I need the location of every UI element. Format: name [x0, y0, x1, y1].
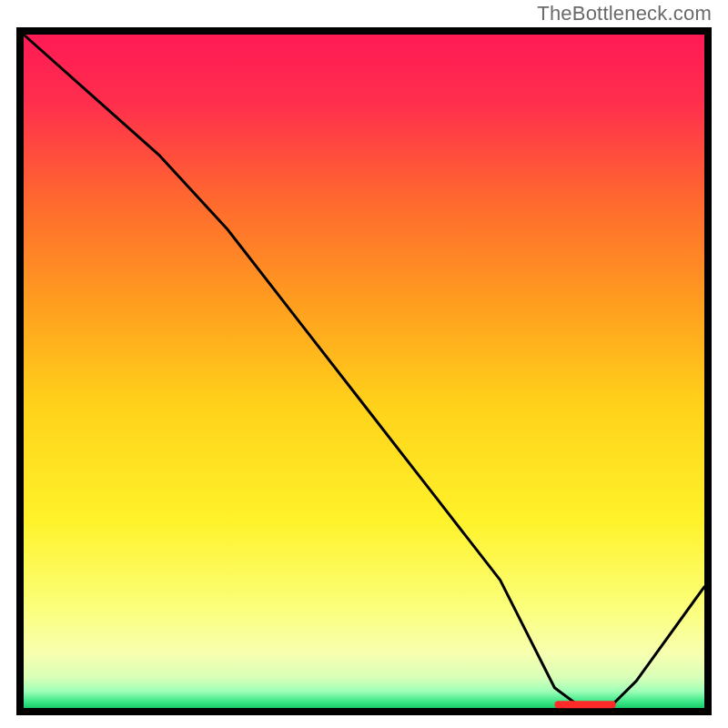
chart-container: TheBottleneck.com: [0, 0, 728, 728]
optimum-marker: [554, 701, 615, 708]
gradient-background: [24, 35, 704, 708]
chart-svg: [0, 0, 728, 728]
